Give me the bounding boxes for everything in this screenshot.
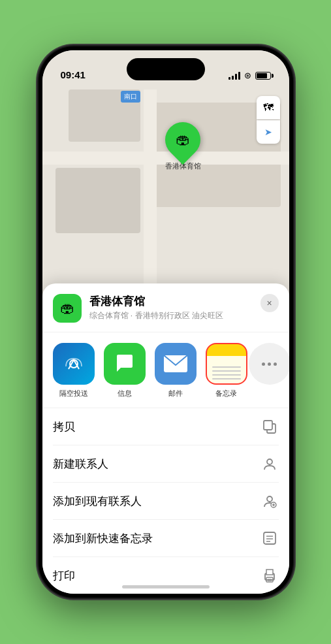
location-icon: ➤ bbox=[264, 127, 272, 137]
share-app-airdrop[interactable]: 隔空投送 bbox=[53, 343, 95, 398]
svg-rect-3 bbox=[264, 421, 272, 430]
notes-lines bbox=[212, 366, 241, 379]
location-header: 🏟 香港体育馆 综合体育馆 · 香港特别行政区 油尖旺区 × bbox=[42, 294, 289, 332]
share-app-notes[interactable]: 备忘录 bbox=[206, 343, 247, 398]
bottom-sheet: 🏟 香港体育馆 综合体育馆 · 香港特别行政区 油尖旺区 × bbox=[42, 283, 289, 594]
status-icons: ⊛ bbox=[229, 71, 271, 80]
share-app-messages[interactable]: 信息 bbox=[104, 343, 146, 398]
messages-label: 信息 bbox=[118, 389, 132, 398]
dynamic-island bbox=[127, 58, 205, 80]
svg-point-4 bbox=[267, 459, 272, 464]
map-block-3 bbox=[55, 168, 140, 233]
map-view-icon: 🗺 bbox=[263, 102, 274, 114]
more-icon bbox=[249, 343, 289, 385]
mail-label: 邮件 bbox=[168, 389, 183, 398]
action-quick-note-label: 添加到新快速备忘录 bbox=[53, 531, 153, 546]
more-dot-3 bbox=[274, 362, 277, 366]
airdrop-icon bbox=[53, 343, 95, 385]
location-venue-icon: 🏟 bbox=[53, 294, 82, 323]
copy-icon bbox=[260, 417, 279, 436]
notes-line-4 bbox=[212, 378, 241, 379]
wifi-icon: ⊛ bbox=[244, 71, 251, 80]
share-apps-scroll: 隔空投送 信息 bbox=[53, 343, 279, 398]
close-button[interactable]: × bbox=[260, 294, 279, 312]
stadium-marker[interactable]: 🏟 香港体育馆 bbox=[165, 122, 201, 171]
battery-icon bbox=[255, 72, 271, 80]
notes-line-3 bbox=[212, 374, 241, 376]
action-add-existing[interactable]: 添加到现有联系人 bbox=[53, 483, 279, 520]
action-print-label: 打印 bbox=[53, 568, 75, 583]
messages-icon bbox=[104, 343, 146, 385]
action-list: 拷贝 新建联系人 bbox=[42, 408, 289, 594]
action-new-contact[interactable]: 新建联系人 bbox=[53, 445, 279, 483]
svg-rect-15 bbox=[266, 570, 273, 575]
action-copy-label: 拷贝 bbox=[53, 419, 75, 434]
notes-icon bbox=[206, 343, 247, 385]
marker-pin-inner: 🏟 bbox=[176, 131, 190, 148]
location-button[interactable]: ➤ bbox=[257, 120, 280, 144]
notes-label: 备忘录 bbox=[215, 389, 237, 398]
svg-rect-9 bbox=[264, 532, 276, 544]
print-icon bbox=[260, 566, 279, 585]
add-existing-icon bbox=[260, 492, 279, 510]
notes-line-1 bbox=[212, 366, 241, 368]
action-new-contact-label: 新建联系人 bbox=[53, 457, 108, 472]
mail-svg bbox=[163, 355, 188, 373]
share-app-more[interactable] bbox=[257, 343, 283, 385]
share-apps-row: 隔空投送 信息 bbox=[42, 332, 289, 408]
airdrop-svg bbox=[63, 353, 84, 374]
svg-point-5 bbox=[267, 496, 272, 502]
map-road-vertical bbox=[144, 89, 157, 285]
map-view-button[interactable]: 🗺 bbox=[257, 96, 280, 120]
quick-note-icon bbox=[260, 529, 279, 547]
action-copy[interactable]: 拷贝 bbox=[53, 408, 279, 445]
phone-frame: 09:41 ⊛ 南口 bbox=[39, 46, 293, 598]
more-dot-2 bbox=[268, 362, 271, 366]
home-indicator bbox=[122, 585, 210, 588]
location-name: 香港体育馆 bbox=[89, 294, 253, 309]
phone-screen: 09:41 ⊛ 南口 bbox=[42, 50, 289, 594]
mail-icon bbox=[155, 343, 197, 385]
more-dots bbox=[262, 362, 277, 366]
share-app-mail[interactable]: 邮件 bbox=[155, 343, 197, 398]
action-add-existing-label: 添加到现有联系人 bbox=[53, 494, 142, 509]
location-desc: 综合体育馆 · 香港特别行政区 油尖旺区 bbox=[89, 310, 253, 321]
map-label-south: 南口 bbox=[121, 91, 140, 103]
status-time: 09:41 bbox=[61, 69, 86, 80]
messages-svg bbox=[113, 352, 136, 376]
marker-pin: 🏟 bbox=[158, 115, 208, 165]
new-contact-icon bbox=[260, 455, 279, 473]
location-info: 香港体育馆 综合体育馆 · 香港特别行政区 油尖旺区 bbox=[89, 294, 253, 321]
airdrop-label: 隔空投送 bbox=[59, 389, 88, 398]
battery-fill bbox=[257, 73, 267, 78]
more-dot-1 bbox=[262, 362, 265, 366]
action-quick-note[interactable]: 添加到新快速备忘录 bbox=[53, 520, 279, 557]
notes-line-2 bbox=[212, 370, 241, 372]
signal-bars-icon bbox=[229, 72, 240, 80]
map-controls: 🗺 ➤ bbox=[257, 96, 280, 144]
